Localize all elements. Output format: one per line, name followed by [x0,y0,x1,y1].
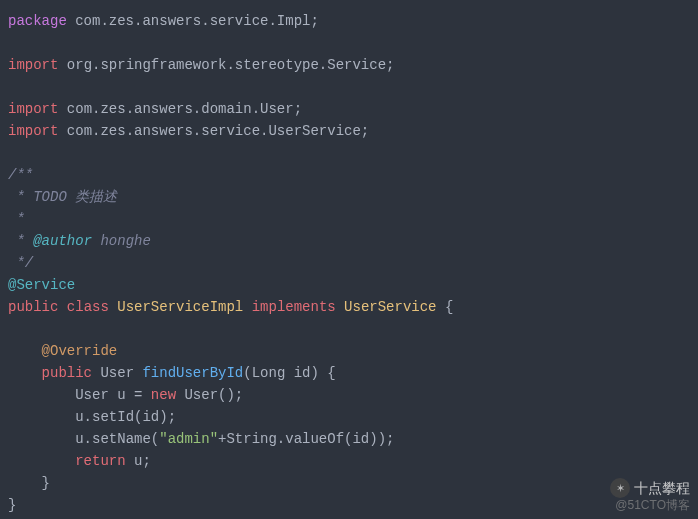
stmt-setname-post: +String.valueOf(id)); [218,431,394,447]
brace-close: } [42,475,50,491]
annotation-service: @Service [8,277,75,293]
brace-close: } [8,497,16,513]
class-name-iface: UserService [344,299,436,315]
import-path: org.springframework.stereotype.Service; [58,57,394,73]
annotation-override: @Override [42,343,118,359]
watermark-sub: @51CTO博客 [615,494,690,516]
keyword-import: import [8,123,58,139]
comment-author-tag: @author [33,233,92,249]
keyword-public: public [8,299,58,315]
keyword-return: return [75,453,125,469]
comment-line: * TODO 类描述 [8,189,117,205]
keyword-implements: implements [252,299,336,315]
param-type: Long [252,365,286,381]
param-name: id [294,365,311,381]
stmt-setid: u.setId(id); [75,409,176,425]
paren: ( [243,365,251,381]
stmt-setname-pre: u.setName( [75,431,159,447]
comment-line: */ [8,255,33,271]
import-path: com.zes.answers.domain.User; [58,101,302,117]
keyword-new: new [151,387,176,403]
brace: { [437,299,454,315]
ctor-call: User(); [176,387,243,403]
keyword-package: package [8,13,67,29]
return-type: User [100,365,134,381]
comment-author-name: honghe [92,233,151,249]
pkg-path: com.zes.answers.service.Impl; [67,13,319,29]
keyword-public: public [42,365,92,381]
keyword-import: import [8,57,58,73]
paren-brace: ) { [311,365,336,381]
string-literal: "admin" [159,431,218,447]
class-name-impl: UserServiceImpl [117,299,243,315]
comment-line: * [8,233,33,249]
import-path: com.zes.answers.service.UserService; [58,123,369,139]
comment-line: /** [8,167,33,183]
return-var: u; [126,453,151,469]
comment-line: * [8,211,25,227]
local-var: u = [109,387,151,403]
method-name: findUserById [142,365,243,381]
keyword-class: class [67,299,109,315]
code-block: package com.zes.answers.service.Impl; im… [8,10,690,516]
keyword-import: import [8,101,58,117]
local-type: User [75,387,109,403]
